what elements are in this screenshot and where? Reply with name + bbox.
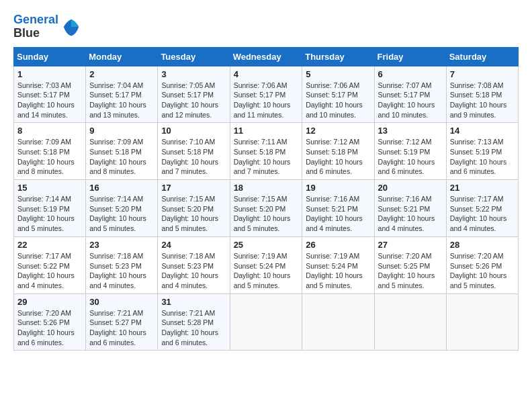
calendar-cell: 27 Sunrise: 7:20 AM Sunset: 5:25 PM Dayl… — [374, 236, 446, 293]
calendar-week-row: 22 Sunrise: 7:17 AM Sunset: 5:22 PM Dayl… — [14, 236, 519, 293]
day-info: Sunrise: 7:03 AM Sunset: 5:17 PM Dayligh… — [17, 81, 82, 120]
calendar-cell: 13 Sunrise: 7:12 AM Sunset: 5:19 PM Dayl… — [374, 123, 446, 180]
day-info: Sunrise: 7:19 AM Sunset: 5:24 PM Dayligh… — [234, 251, 299, 291]
calendar-cell: 30 Sunrise: 7:21 AM Sunset: 5:27 PM Dayl… — [86, 293, 158, 351]
day-info: Sunrise: 7:07 AM Sunset: 5:17 PM Dayligh… — [378, 81, 443, 120]
calendar-cell: 21 Sunrise: 7:17 AM Sunset: 5:22 PM Dayl… — [446, 180, 518, 237]
calendar-cell: 6 Sunrise: 7:07 AM Sunset: 5:17 PM Dayli… — [374, 66, 446, 123]
calendar-cell: 3 Sunrise: 7:05 AM Sunset: 5:17 PM Dayli… — [158, 66, 230, 123]
day-number: 27 — [378, 240, 443, 250]
day-info: Sunrise: 7:20 AM Sunset: 5:26 PM Dayligh… — [17, 308, 82, 348]
day-info: Sunrise: 7:13 AM Sunset: 5:19 PM Dayligh… — [450, 137, 515, 177]
day-number: 31 — [161, 297, 226, 307]
day-number: 21 — [450, 183, 515, 193]
day-info: Sunrise: 7:12 AM Sunset: 5:18 PM Dayligh… — [306, 137, 370, 177]
day-number: 24 — [161, 240, 226, 250]
calendar-cell: 8 Sunrise: 7:09 AM Sunset: 5:18 PM Dayli… — [14, 123, 86, 180]
day-number: 23 — [89, 240, 154, 250]
day-info: Sunrise: 7:20 AM Sunset: 5:25 PM Dayligh… — [378, 251, 443, 291]
header: GeneralBlue — [13, 13, 519, 40]
day-info: Sunrise: 7:19 AM Sunset: 5:24 PM Dayligh… — [306, 251, 370, 291]
day-number: 20 — [378, 183, 443, 193]
calendar-cell — [230, 293, 302, 351]
day-info: Sunrise: 7:16 AM Sunset: 5:21 PM Dayligh… — [378, 194, 443, 234]
day-info: Sunrise: 7:21 AM Sunset: 5:28 PM Dayligh… — [161, 308, 226, 348]
calendar-cell: 9 Sunrise: 7:09 AM Sunset: 5:18 PM Dayli… — [86, 123, 158, 180]
day-number: 13 — [378, 126, 443, 136]
day-info: Sunrise: 7:18 AM Sunset: 5:23 PM Dayligh… — [89, 251, 154, 291]
calendar-cell: 16 Sunrise: 7:14 AM Sunset: 5:20 PM Dayl… — [86, 180, 158, 237]
calendar-cell: 20 Sunrise: 7:16 AM Sunset: 5:21 PM Dayl… — [374, 180, 446, 237]
calendar-header-row: SundayMondayTuesdayWednesdayThursdayFrid… — [14, 47, 519, 66]
day-info: Sunrise: 7:16 AM Sunset: 5:21 PM Dayligh… — [306, 194, 370, 234]
day-number: 4 — [234, 69, 299, 79]
calendar-cell: 10 Sunrise: 7:10 AM Sunset: 5:18 PM Dayl… — [158, 123, 230, 180]
day-info: Sunrise: 7:06 AM Sunset: 5:17 PM Dayligh… — [234, 81, 299, 120]
calendar-cell: 1 Sunrise: 7:03 AM Sunset: 5:17 PM Dayli… — [14, 66, 86, 123]
day-number: 16 — [89, 183, 154, 193]
calendar-cell: 18 Sunrise: 7:15 AM Sunset: 5:20 PM Dayl… — [230, 180, 302, 237]
logo-text: GeneralBlue — [13, 13, 58, 40]
calendar-cell: 12 Sunrise: 7:12 AM Sunset: 5:18 PM Dayl… — [302, 123, 374, 180]
day-number: 3 — [161, 69, 226, 79]
calendar-cell: 19 Sunrise: 7:16 AM Sunset: 5:21 PM Dayl… — [302, 180, 374, 237]
day-info: Sunrise: 7:15 AM Sunset: 5:20 PM Dayligh… — [234, 194, 299, 234]
calendar-cell — [302, 293, 374, 351]
day-info: Sunrise: 7:21 AM Sunset: 5:27 PM Dayligh… — [89, 308, 154, 348]
day-info: Sunrise: 7:17 AM Sunset: 5:22 PM Dayligh… — [17, 251, 82, 291]
calendar-cell: 24 Sunrise: 7:18 AM Sunset: 5:23 PM Dayl… — [158, 236, 230, 293]
calendar-cell — [446, 293, 518, 351]
calendar-header-tuesday: Tuesday — [158, 47, 230, 66]
day-info: Sunrise: 7:12 AM Sunset: 5:19 PM Dayligh… — [378, 137, 443, 177]
day-info: Sunrise: 7:04 AM Sunset: 5:17 PM Dayligh… — [89, 81, 154, 120]
day-number: 26 — [306, 240, 370, 250]
calendar-cell: 17 Sunrise: 7:15 AM Sunset: 5:20 PM Dayl… — [158, 180, 230, 237]
calendar-header-monday: Monday — [86, 47, 158, 66]
day-number: 29 — [17, 297, 82, 307]
day-number: 1 — [17, 69, 82, 79]
calendar-week-row: 8 Sunrise: 7:09 AM Sunset: 5:18 PM Dayli… — [14, 123, 519, 180]
calendar-cell: 2 Sunrise: 7:04 AM Sunset: 5:17 PM Dayli… — [86, 66, 158, 123]
day-info: Sunrise: 7:11 AM Sunset: 5:18 PM Dayligh… — [234, 137, 299, 177]
day-number: 17 — [161, 183, 226, 193]
day-number: 5 — [306, 69, 370, 79]
day-number: 11 — [234, 126, 299, 136]
calendar-header-wednesday: Wednesday — [230, 47, 302, 66]
calendar-cell — [374, 293, 446, 351]
day-info: Sunrise: 7:10 AM Sunset: 5:18 PM Dayligh… — [161, 137, 226, 177]
calendar-cell: 26 Sunrise: 7:19 AM Sunset: 5:24 PM Dayl… — [302, 236, 374, 293]
day-number: 6 — [378, 69, 443, 79]
day-number: 12 — [306, 126, 370, 136]
calendar-cell: 31 Sunrise: 7:21 AM Sunset: 5:28 PM Dayl… — [158, 293, 230, 351]
calendar-header-saturday: Saturday — [446, 47, 518, 66]
day-number: 10 — [161, 126, 226, 136]
day-number: 15 — [17, 183, 82, 193]
day-number: 14 — [450, 126, 515, 136]
calendar-cell: 23 Sunrise: 7:18 AM Sunset: 5:23 PM Dayl… — [86, 236, 158, 293]
day-info: Sunrise: 7:09 AM Sunset: 5:18 PM Dayligh… — [89, 137, 154, 177]
day-number: 2 — [89, 69, 154, 79]
day-number: 28 — [450, 240, 515, 250]
calendar-cell: 25 Sunrise: 7:19 AM Sunset: 5:24 PM Dayl… — [230, 236, 302, 293]
calendar-cell: 22 Sunrise: 7:17 AM Sunset: 5:22 PM Dayl… — [14, 236, 86, 293]
calendar-cell: 28 Sunrise: 7:20 AM Sunset: 5:26 PM Dayl… — [446, 236, 518, 293]
calendar-cell: 7 Sunrise: 7:08 AM Sunset: 5:18 PM Dayli… — [446, 66, 518, 123]
day-info: Sunrise: 7:08 AM Sunset: 5:18 PM Dayligh… — [450, 81, 515, 120]
day-number: 30 — [89, 297, 154, 307]
calendar-cell: 29 Sunrise: 7:20 AM Sunset: 5:26 PM Dayl… — [14, 293, 86, 351]
calendar-cell: 14 Sunrise: 7:13 AM Sunset: 5:19 PM Dayl… — [446, 123, 518, 180]
calendar-cell: 5 Sunrise: 7:06 AM Sunset: 5:17 PM Dayli… — [302, 66, 374, 123]
calendar: SundayMondayTuesdayWednesdayThursdayFrid… — [13, 47, 519, 351]
day-info: Sunrise: 7:14 AM Sunset: 5:19 PM Dayligh… — [17, 194, 82, 234]
day-info: Sunrise: 7:20 AM Sunset: 5:26 PM Dayligh… — [450, 251, 515, 291]
logo: GeneralBlue — [13, 13, 81, 40]
calendar-week-row: 15 Sunrise: 7:14 AM Sunset: 5:19 PM Dayl… — [14, 180, 519, 237]
day-info: Sunrise: 7:15 AM Sunset: 5:20 PM Dayligh… — [161, 194, 226, 234]
calendar-week-row: 29 Sunrise: 7:20 AM Sunset: 5:26 PM Dayl… — [14, 293, 519, 351]
day-number: 18 — [234, 183, 299, 193]
day-info: Sunrise: 7:06 AM Sunset: 5:17 PM Dayligh… — [306, 81, 370, 120]
calendar-header-thursday: Thursday — [302, 47, 374, 66]
day-number: 7 — [450, 69, 515, 79]
calendar-cell: 11 Sunrise: 7:11 AM Sunset: 5:18 PM Dayl… — [230, 123, 302, 180]
calendar-week-row: 1 Sunrise: 7:03 AM Sunset: 5:17 PM Dayli… — [14, 66, 519, 123]
